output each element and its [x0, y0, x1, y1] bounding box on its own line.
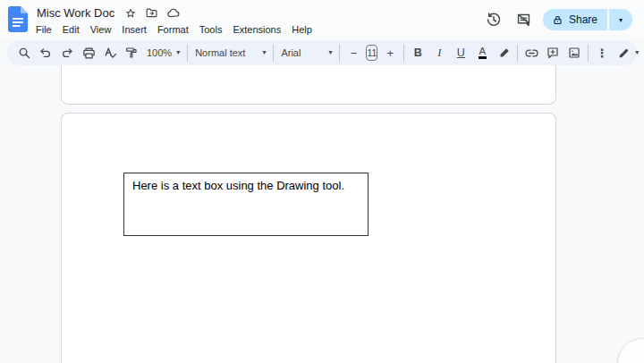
print-icon — [81, 46, 97, 61]
text-color-button[interactable]: A — [471, 42, 493, 63]
image-icon — [567, 46, 581, 60]
document-page-1[interactable] — [61, 65, 556, 105]
more-options-button[interactable]: ⋮ — [591, 42, 613, 63]
toolbar-divider — [187, 45, 188, 62]
google-docs-app: Misc Work Doc — [0, 0, 644, 363]
spelling-check-button[interactable] — [99, 42, 121, 63]
comment-icon — [515, 12, 532, 29]
font-size-input[interactable]: 11 — [366, 45, 377, 61]
google-docs-logo-icon[interactable] — [8, 6, 28, 32]
toolbar-divider — [403, 45, 404, 62]
highlighter-icon — [497, 46, 511, 60]
cloud-saved-icon[interactable] — [166, 6, 181, 21]
open-comments-button[interactable] — [513, 8, 536, 31]
redo-button[interactable] — [56, 42, 78, 63]
pencil-icon — [617, 46, 631, 60]
bold-icon: B — [414, 46, 422, 59]
decrease-font-size-button[interactable]: − — [343, 42, 364, 63]
caret-down-icon: ▾ — [635, 49, 639, 56]
link-icon — [524, 46, 539, 61]
italic-icon: I — [437, 46, 441, 60]
header: Misc Work Doc — [0, 0, 644, 39]
share-dropdown-button[interactable]: ▾ — [609, 9, 632, 30]
underline-button[interactable]: U — [450, 42, 471, 63]
insert-link-button[interactable] — [521, 42, 542, 63]
paragraph-style-value: Normal text — [195, 47, 245, 58]
share-button-label: Share — [569, 13, 597, 26]
menu-view[interactable]: View — [85, 23, 117, 36]
zoom-select[interactable]: 100% ▾ — [142, 42, 184, 63]
caret-down-icon: ▾ — [262, 49, 266, 56]
document-canvas: Here is a text box using the Drawing too… — [0, 65, 644, 363]
menu-extensions[interactable]: Extensions — [227, 23, 286, 36]
minus-icon: − — [351, 46, 358, 60]
insert-image-button[interactable] — [564, 42, 585, 63]
font-select[interactable]: Arial ▾ — [276, 42, 336, 63]
paragraph-style-select[interactable]: Normal text ▾ — [191, 42, 270, 63]
paint-format-button[interactable] — [121, 42, 142, 63]
move-to-folder-icon[interactable] — [145, 6, 158, 20]
menu-help[interactable]: Help — [286, 23, 318, 36]
menu-file[interactable]: File — [30, 23, 57, 36]
search-menus-button[interactable] — [13, 42, 35, 63]
caret-down-icon: ▾ — [619, 16, 623, 24]
underline-icon: U — [457, 46, 465, 59]
text-color-icon: A — [479, 46, 487, 59]
font-value: Arial — [281, 47, 301, 58]
drawing-textbox[interactable]: Here is a text box using the Drawing too… — [123, 173, 369, 236]
plus-icon: + — [387, 46, 394, 60]
document-title[interactable]: Misc Work Doc — [35, 6, 116, 20]
menu-bar: File Edit View Insert Format Tools Exten… — [30, 23, 318, 36]
add-comment-button[interactable] — [542, 42, 564, 63]
star-icon[interactable] — [124, 7, 137, 20]
undo-icon — [38, 46, 53, 60]
toolbar-divider — [339, 45, 340, 62]
search-icon — [17, 46, 32, 61]
caret-down-icon: ▾ — [176, 49, 180, 56]
toolbar-divider — [517, 45, 518, 62]
spellcheck-icon — [103, 46, 118, 61]
share-button-main[interactable]: Share — [543, 9, 607, 30]
increase-font-size-button[interactable]: + — [379, 42, 401, 63]
italic-button[interactable]: I — [428, 42, 450, 63]
caret-down-icon: ▾ — [328, 49, 332, 56]
more-vert-icon: ⋮ — [597, 46, 608, 60]
toolbar-divider — [273, 45, 274, 62]
floating-action-button-partial[interactable] — [617, 338, 644, 363]
lock-icon — [552, 14, 564, 26]
paint-roller-icon — [124, 46, 139, 60]
menu-tools[interactable]: Tools — [194, 23, 228, 36]
menu-format[interactable]: Format — [152, 23, 194, 36]
share-button[interactable]: Share ▾ — [543, 9, 632, 30]
menu-edit[interactable]: Edit — [57, 23, 85, 36]
bold-button[interactable]: B — [407, 42, 428, 63]
menu-insert[interactable]: Insert — [116, 23, 152, 36]
drawing-textbox-text: Here is a text box using the Drawing too… — [132, 179, 360, 194]
toolbar-divider — [588, 45, 589, 62]
zoom-value: 100% — [147, 47, 172, 58]
comment-add-icon — [546, 46, 560, 60]
version-history-button[interactable] — [482, 8, 505, 31]
print-button[interactable] — [78, 42, 99, 63]
toolbar: 100% ▾ Normal text ▾ Arial ▾ − 11 + B I … — [7, 40, 637, 65]
undo-button[interactable] — [35, 42, 56, 63]
editing-mode-select[interactable]: ▾ — [613, 42, 643, 63]
history-icon — [485, 11, 503, 29]
highlight-color-button[interactable] — [493, 42, 514, 63]
redo-icon — [60, 46, 74, 60]
document-page-2[interactable]: Here is a text box using the Drawing too… — [61, 113, 556, 363]
